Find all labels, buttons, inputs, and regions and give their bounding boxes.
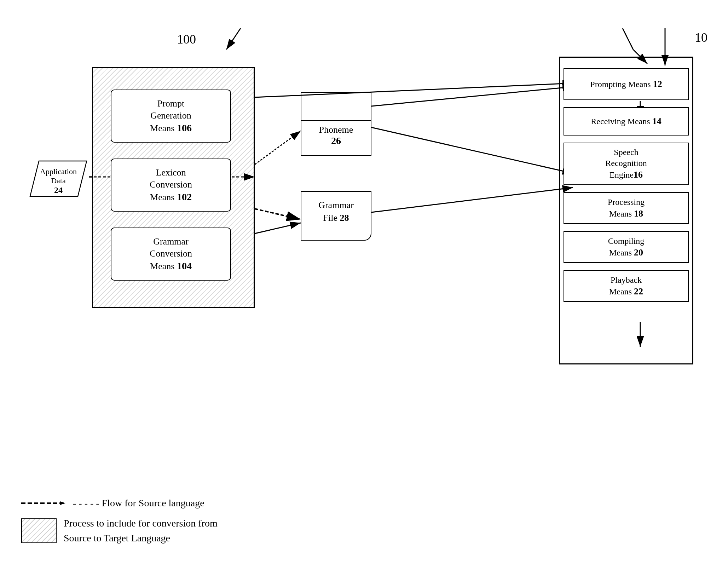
svg-text:Application: Application — [40, 167, 77, 176]
compiling-num: 20 — [634, 247, 643, 258]
legend-dashed: - - - - - Flow for Source language — [21, 497, 218, 509]
svg-line-10 — [255, 209, 301, 219]
svg-line-8 — [255, 131, 301, 165]
phoneme-num: 26 — [331, 135, 341, 146]
legend-desc-line2: Source to Target Language — [64, 533, 170, 543]
grammar-conv-line3: Means — [150, 261, 177, 271]
box-prompt-gen: Prompt Generation Means 106 — [111, 90, 231, 143]
phoneme-box: Phoneme 26 — [301, 92, 371, 156]
box-receiving: Receiving Means 14 — [564, 107, 689, 136]
legend: - - - - - Flow for Source language Proce… — [21, 497, 218, 553]
svg-line-3 — [623, 28, 633, 50]
prompting-num: 12 — [653, 79, 662, 89]
svg-text:Data: Data — [51, 176, 66, 185]
box-processing: Processing Means 18 — [564, 192, 689, 224]
svg-marker-26 — [60, 501, 65, 505]
legend-dashed-text: - - - - - Flow for Source language — [73, 497, 204, 509]
phoneme-label: Phoneme — [319, 125, 353, 135]
box-grammar-conv: Grammar Conversion Means 104 — [111, 228, 231, 281]
grammar-conv-line2: Conversion — [150, 248, 192, 259]
grammar-conv-num: 104 — [177, 260, 192, 271]
playback-line1: Playback — [611, 275, 642, 284]
prompt-gen-line1: Prompt — [157, 98, 185, 109]
svg-line-9 — [255, 223, 301, 234]
lexicon-num: 102 — [177, 191, 192, 202]
svg-line-13 — [371, 188, 573, 212]
prompt-gen-line2: Generation — [150, 110, 191, 121]
receiving-line2: Means — [628, 117, 652, 126]
processing-line2: Means — [609, 209, 634, 218]
grammar-file-num: 28 — [340, 213, 349, 223]
playback-line2: Means — [609, 287, 634, 296]
box-lexicon: Lexicon Conversion Means 102 — [111, 159, 231, 212]
system-box: Prompting Means 12 Receiving Means 14 Sp… — [559, 57, 693, 364]
compiling-line2: Means — [609, 248, 634, 257]
grammar-file-box: Grammar File 28 — [301, 191, 371, 241]
box-playback: Playback Means 22 — [564, 270, 689, 302]
processing-line1: Processing — [608, 197, 645, 207]
receiving-line1: Receiving — [591, 117, 625, 126]
lexicon-line3: Means — [150, 192, 177, 202]
svg-text:24: 24 — [54, 185, 63, 195]
receiving-num: 14 — [652, 116, 661, 126]
prompting-line2: Means — [628, 80, 653, 89]
grammar-file-line1: Grammar — [318, 200, 354, 210]
svg-line-12 — [371, 87, 573, 106]
box-compiling: Compiling Means 20 — [564, 231, 689, 263]
processing-num: 18 — [634, 208, 643, 219]
playback-num: 22 — [634, 286, 643, 297]
prompt-gen-num: 106 — [177, 122, 192, 133]
legend-hatched-box — [21, 518, 57, 543]
app-data-box: Application Data 24 — [28, 159, 88, 200]
box-speech-rec: Speech Recognition Engine16 — [564, 143, 689, 185]
lexicon-line1: Lexicon — [156, 167, 186, 178]
prompting-line1: Prompting — [590, 80, 626, 89]
module-100: Prompt Generation Means 106 Lexicon Conv… — [92, 67, 255, 308]
prompt-gen-line3: Means — [150, 123, 177, 133]
compiling-line1: Compiling — [608, 236, 645, 246]
speech-line3: Engine — [609, 170, 634, 179]
legend-desc-line1: Process to include for conversion from — [64, 518, 218, 529]
speech-line1: Speech — [614, 148, 638, 157]
box-prompting: Prompting Means 12 — [564, 68, 689, 100]
label-10: 10 — [695, 30, 707, 45]
grammar-conv-line1: Grammar — [153, 236, 189, 247]
svg-line-11 — [371, 127, 573, 173]
label-100: 100 — [177, 32, 196, 47]
svg-line-2 — [226, 28, 241, 50]
speech-num: 16 — [634, 169, 643, 180]
legend-hatched: Process to include for conversion from S… — [21, 516, 218, 546]
lexicon-line2: Conversion — [150, 179, 192, 190]
grammar-file-line2: File — [323, 213, 340, 223]
speech-line2: Recognition — [605, 159, 647, 168]
legend-desc: Process to include for conversion from S… — [64, 516, 218, 546]
